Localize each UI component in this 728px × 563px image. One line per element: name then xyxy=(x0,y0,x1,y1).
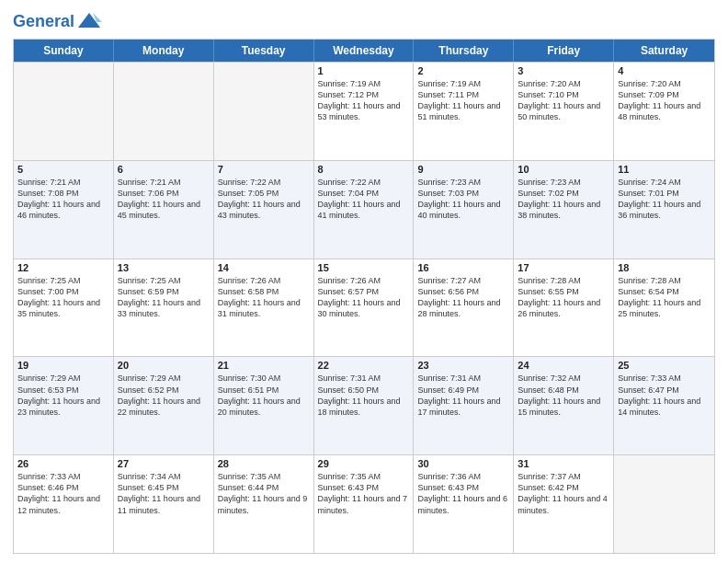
day-number: 30 xyxy=(417,458,509,469)
day-number: 12 xyxy=(17,262,109,273)
day-cell-20: 20Sunrise: 7:29 AMSunset: 6:52 PMDayligh… xyxy=(114,357,214,454)
day-info: Sunrise: 7:27 AMSunset: 6:56 PMDaylight:… xyxy=(417,275,509,320)
day-cell-4: 4Sunrise: 7:20 AMSunset: 7:09 PMDaylight… xyxy=(614,63,714,160)
day-info: Sunrise: 7:22 AMSunset: 7:05 PMDaylight:… xyxy=(218,177,310,222)
day-number: 15 xyxy=(318,262,410,273)
day-number: 9 xyxy=(417,164,509,175)
calendar-week-3: 12Sunrise: 7:25 AMSunset: 7:00 PMDayligh… xyxy=(14,259,714,357)
day-number: 8 xyxy=(318,164,410,175)
calendar-week-5: 26Sunrise: 7:33 AMSunset: 6:46 PMDayligh… xyxy=(14,454,714,553)
day-cell-21: 21Sunrise: 7:30 AMSunset: 6:51 PMDayligh… xyxy=(214,357,314,454)
calendar-week-1: 1Sunrise: 7:19 AMSunset: 7:12 PMDaylight… xyxy=(14,62,714,160)
day-info: Sunrise: 7:37 AMSunset: 6:42 PMDaylight:… xyxy=(518,471,609,516)
day-header-thursday: Thursday xyxy=(414,40,514,62)
day-info: Sunrise: 7:29 AMSunset: 6:53 PMDaylight:… xyxy=(17,373,109,418)
day-cell-15: 15Sunrise: 7:26 AMSunset: 6:57 PMDayligh… xyxy=(314,259,415,357)
day-info: Sunrise: 7:25 AMSunset: 6:59 PMDaylight:… xyxy=(118,275,210,320)
day-info: Sunrise: 7:23 AMSunset: 7:02 PMDaylight:… xyxy=(518,177,609,222)
logo-icon xyxy=(76,9,102,35)
day-number: 18 xyxy=(618,262,711,273)
day-cell-3: 3Sunrise: 7:20 AMSunset: 7:10 PMDaylight… xyxy=(514,63,614,160)
day-cell-10: 10Sunrise: 7:23 AMSunset: 7:02 PMDayligh… xyxy=(514,161,614,259)
day-info: Sunrise: 7:26 AMSunset: 6:57 PMDaylight:… xyxy=(318,275,410,320)
day-cell-17: 17Sunrise: 7:28 AMSunset: 6:55 PMDayligh… xyxy=(514,259,614,357)
day-cell-22: 22Sunrise: 7:31 AMSunset: 6:50 PMDayligh… xyxy=(314,357,415,454)
day-cell-28: 28Sunrise: 7:35 AMSunset: 6:44 PMDayligh… xyxy=(214,455,314,553)
day-cell-6: 6Sunrise: 7:21 AMSunset: 7:06 PMDaylight… xyxy=(114,161,214,259)
calendar-header-row: SundayMondayTuesdayWednesdayThursdayFrid… xyxy=(14,40,714,62)
day-cell-7: 7Sunrise: 7:22 AMSunset: 7:05 PMDaylight… xyxy=(214,161,314,259)
day-cell-8: 8Sunrise: 7:22 AMSunset: 7:04 PMDaylight… xyxy=(314,161,415,259)
day-header-saturday: Saturday xyxy=(614,40,714,62)
day-cell-1: 1Sunrise: 7:19 AMSunset: 7:12 PMDaylight… xyxy=(314,63,415,160)
day-number: 19 xyxy=(17,360,109,371)
day-info: Sunrise: 7:25 AMSunset: 7:00 PMDaylight:… xyxy=(17,275,109,320)
day-number: 28 xyxy=(218,458,310,469)
day-info: Sunrise: 7:21 AMSunset: 7:08 PMDaylight:… xyxy=(17,177,109,222)
day-number: 3 xyxy=(518,65,609,76)
day-cell-11: 11Sunrise: 7:24 AMSunset: 7:01 PMDayligh… xyxy=(614,161,714,259)
day-info: Sunrise: 7:24 AMSunset: 7:01 PMDaylight:… xyxy=(618,177,711,222)
day-info: Sunrise: 7:35 AMSunset: 6:44 PMDaylight:… xyxy=(218,471,310,516)
day-number: 4 xyxy=(618,65,711,76)
day-number: 24 xyxy=(518,360,609,371)
day-cell-9: 9Sunrise: 7:23 AMSunset: 7:03 PMDaylight… xyxy=(414,161,514,259)
day-info: Sunrise: 7:19 AMSunset: 7:12 PMDaylight:… xyxy=(318,78,410,123)
day-number: 11 xyxy=(618,164,711,175)
day-info: Sunrise: 7:22 AMSunset: 7:04 PMDaylight:… xyxy=(318,177,410,222)
day-cell-12: 12Sunrise: 7:25 AMSunset: 7:00 PMDayligh… xyxy=(14,259,114,357)
day-cell-29: 29Sunrise: 7:35 AMSunset: 6:43 PMDayligh… xyxy=(314,455,415,553)
header: General xyxy=(13,9,715,31)
day-info: Sunrise: 7:23 AMSunset: 7:03 PMDaylight:… xyxy=(417,177,509,222)
day-cell-5: 5Sunrise: 7:21 AMSunset: 7:08 PMDaylight… xyxy=(14,161,114,259)
day-cell-31: 31Sunrise: 7:37 AMSunset: 6:42 PMDayligh… xyxy=(514,455,614,553)
day-cell-26: 26Sunrise: 7:33 AMSunset: 6:46 PMDayligh… xyxy=(14,455,114,553)
day-number: 6 xyxy=(118,164,210,175)
day-cell-25: 25Sunrise: 7:33 AMSunset: 6:47 PMDayligh… xyxy=(614,357,714,454)
empty-cell xyxy=(14,63,114,160)
day-info: Sunrise: 7:19 AMSunset: 7:11 PMDaylight:… xyxy=(417,78,509,123)
empty-cell xyxy=(614,455,714,553)
day-number: 26 xyxy=(17,458,109,469)
calendar-week-2: 5Sunrise: 7:21 AMSunset: 7:08 PMDaylight… xyxy=(14,160,714,259)
logo-text-general: General xyxy=(13,13,74,31)
day-info: Sunrise: 7:31 AMSunset: 6:49 PMDaylight:… xyxy=(417,373,509,418)
day-info: Sunrise: 7:20 AMSunset: 7:10 PMDaylight:… xyxy=(518,78,609,123)
calendar: SundayMondayTuesdayWednesdayThursdayFrid… xyxy=(13,39,715,554)
day-number: 21 xyxy=(218,360,310,371)
day-header-friday: Friday xyxy=(514,40,614,62)
day-info: Sunrise: 7:33 AMSunset: 6:47 PMDaylight:… xyxy=(618,373,711,418)
day-number: 17 xyxy=(518,262,609,273)
day-number: 25 xyxy=(618,360,711,371)
day-cell-27: 27Sunrise: 7:34 AMSunset: 6:45 PMDayligh… xyxy=(114,455,214,553)
day-number: 14 xyxy=(218,262,310,273)
day-number: 5 xyxy=(17,164,109,175)
day-number: 7 xyxy=(218,164,310,175)
day-info: Sunrise: 7:28 AMSunset: 6:54 PMDaylight:… xyxy=(618,275,711,320)
day-header-sunday: Sunday xyxy=(14,40,114,62)
day-info: Sunrise: 7:35 AMSunset: 6:43 PMDaylight:… xyxy=(318,471,410,516)
day-header-wednesday: Wednesday xyxy=(314,40,415,62)
day-cell-30: 30Sunrise: 7:36 AMSunset: 6:43 PMDayligh… xyxy=(414,455,514,553)
day-number: 20 xyxy=(118,360,210,371)
logo: General xyxy=(13,9,102,31)
day-info: Sunrise: 7:31 AMSunset: 6:50 PMDaylight:… xyxy=(318,373,410,418)
day-cell-16: 16Sunrise: 7:27 AMSunset: 6:56 PMDayligh… xyxy=(414,259,514,357)
day-info: Sunrise: 7:28 AMSunset: 6:55 PMDaylight:… xyxy=(518,275,609,320)
day-number: 27 xyxy=(118,458,210,469)
day-number: 29 xyxy=(318,458,410,469)
day-cell-2: 2Sunrise: 7:19 AMSunset: 7:11 PMDaylight… xyxy=(414,63,514,160)
day-info: Sunrise: 7:20 AMSunset: 7:09 PMDaylight:… xyxy=(618,78,711,123)
day-cell-13: 13Sunrise: 7:25 AMSunset: 6:59 PMDayligh… xyxy=(114,259,214,357)
day-cell-14: 14Sunrise: 7:26 AMSunset: 6:58 PMDayligh… xyxy=(214,259,314,357)
day-number: 23 xyxy=(417,360,509,371)
day-info: Sunrise: 7:36 AMSunset: 6:43 PMDaylight:… xyxy=(417,471,509,516)
day-number: 22 xyxy=(318,360,410,371)
day-header-monday: Monday xyxy=(114,40,214,62)
day-number: 31 xyxy=(518,458,609,469)
day-number: 2 xyxy=(417,65,509,76)
day-cell-19: 19Sunrise: 7:29 AMSunset: 6:53 PMDayligh… xyxy=(14,357,114,454)
day-cell-18: 18Sunrise: 7:28 AMSunset: 6:54 PMDayligh… xyxy=(614,259,714,357)
day-number: 1 xyxy=(318,65,410,76)
page: General SundayMondayTuesdayWednesdayThur… xyxy=(0,0,728,563)
